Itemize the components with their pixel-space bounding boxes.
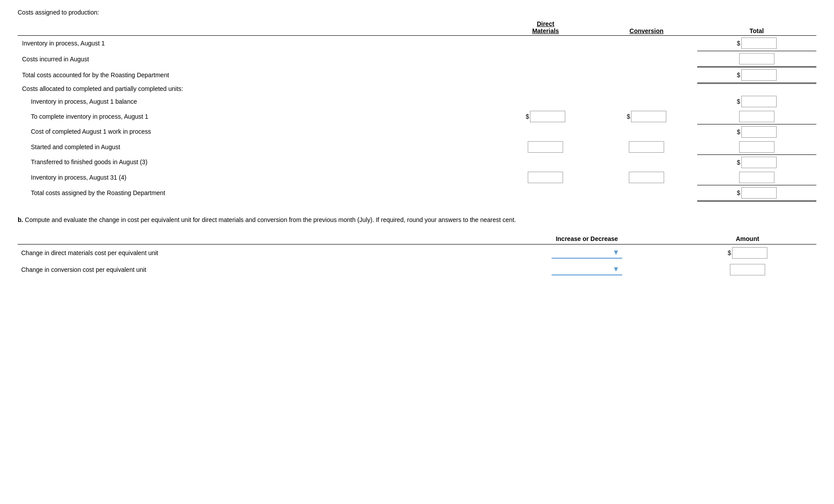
row-label-total-costs-accounted: Total costs accounted for by the Roastin… <box>18 67 495 83</box>
conv-cell-cost-completed-aug1 <box>596 124 697 139</box>
total-input-started-completed[interactable] <box>739 141 774 153</box>
conv-cell-costs-incurred <box>596 51 697 67</box>
total-cell-cost-completed-aug1[interactable]: $ <box>697 124 816 139</box>
row-label-inv-aug31: Inventory in process, August 31 (4) <box>18 170 495 185</box>
total-cell-total-costs-assigned[interactable]: $ <box>697 185 816 201</box>
section-b-description: Compute and evaluate the change in cost … <box>25 216 516 223</box>
total-cell-costs-allocated-header <box>697 83 816 94</box>
row-label-inv-aug1: Inventory in process, August 1 <box>18 36 495 51</box>
dm-input-inv-aug31[interactable] <box>528 172 563 183</box>
dropdown-cell-change-conv[interactable]: IncreaseDecrease▼ <box>495 261 679 278</box>
dm-input-started-completed[interactable] <box>528 141 563 153</box>
conv-cell-to-complete-inv[interactable]: $ <box>596 109 697 124</box>
conv-cell-costs-allocated-header <box>596 83 697 94</box>
conv-cell-inv-aug1 <box>596 36 697 51</box>
dropdown-select-change-dm[interactable]: IncreaseDecrease <box>552 247 622 258</box>
total-input-inv-aug1-balance[interactable] <box>741 96 777 107</box>
conv-cell-started-completed[interactable] <box>596 139 697 155</box>
change-inc-dec-header: Increase or Decrease <box>495 233 679 244</box>
conv-cell-total-costs-accounted <box>596 67 697 83</box>
dm-cell-cost-completed-aug1 <box>495 124 596 139</box>
conv-input-to-complete-inv[interactable] <box>631 111 666 122</box>
amount-cell-change-conv[interactable] <box>679 261 816 278</box>
total-cell-costs-incurred[interactable] <box>697 51 816 67</box>
row-label-transferred-finished: Transferred to finished goods in August … <box>18 154 495 170</box>
dm-cell-inv-aug31[interactable] <box>495 170 596 185</box>
total-input-to-complete-inv[interactable] <box>739 111 774 122</box>
row-label-costs-allocated-header: Costs allocated to completed and partial… <box>18 83 495 94</box>
row-label-inv-aug1-balance: Inventory in process, August 1 balance <box>18 94 495 109</box>
conv-cell-inv-aug31[interactable] <box>596 170 697 185</box>
col-direct-materials-header: Direct Materials <box>495 19 596 36</box>
row-label-to-complete-inv: To complete inventory in process, August… <box>18 109 495 124</box>
total-input-cost-completed-aug1[interactable] <box>741 126 777 138</box>
change-row-label-change-conv: Change in conversion cost per equivalent… <box>18 261 495 278</box>
row-label-costs-incurred: Costs incurred in August <box>18 51 495 67</box>
total-input-total-costs-accounted[interactable] <box>741 69 777 81</box>
dm-input-to-complete-inv[interactable] <box>530 111 565 122</box>
dm-cell-transferred-finished <box>495 154 596 170</box>
dm-cell-inv-aug1-balance <box>495 94 596 109</box>
dm-cell-to-complete-inv[interactable]: $ <box>495 109 596 124</box>
col-label-header <box>18 19 495 36</box>
section-b-text: b. Compute and evaluate the change in co… <box>18 215 816 225</box>
section-a-title: Costs assigned to production: <box>18 9 816 16</box>
row-label-cost-completed-aug1: Cost of completed August 1 work in proce… <box>18 124 495 139</box>
total-input-costs-incurred[interactable] <box>739 53 774 64</box>
conv-input-started-completed[interactable] <box>629 141 664 153</box>
col-conversion-header: Conversion <box>596 19 697 36</box>
dm-cell-total-costs-accounted <box>495 67 596 83</box>
dm-cell-costs-allocated-header <box>495 83 596 94</box>
total-cell-transferred-finished[interactable]: $ <box>697 154 816 170</box>
total-cell-inv-aug31[interactable] <box>697 170 816 185</box>
total-cell-to-complete-inv[interactable] <box>697 109 816 124</box>
dropdown-select-change-conv[interactable]: IncreaseDecrease <box>552 264 622 275</box>
section-b: b. Compute and evaluate the change in co… <box>18 215 816 278</box>
conv-cell-total-costs-assigned <box>596 185 697 201</box>
total-input-total-costs-assigned[interactable] <box>741 187 777 199</box>
total-cell-started-completed[interactable] <box>697 139 816 155</box>
dm-cell-total-costs-assigned <box>495 185 596 201</box>
total-input-inv-aug1[interactable] <box>741 38 777 49</box>
change-amount-header: Amount <box>679 233 816 244</box>
conv-cell-inv-aug1-balance <box>596 94 697 109</box>
change-row-label-change-dm: Change in direct materials cost per equi… <box>18 244 495 261</box>
total-cell-inv-aug1-balance[interactable]: $ <box>697 94 816 109</box>
dropdown-cell-change-dm[interactable]: IncreaseDecrease▼ <box>495 244 679 261</box>
total-cell-total-costs-accounted[interactable]: $ <box>697 67 816 83</box>
amount-cell-change-dm[interactable]: $ <box>679 244 816 261</box>
conv-input-inv-aug31[interactable] <box>629 172 664 183</box>
row-label-started-completed: Started and completed in August <box>18 139 495 155</box>
change-table: Increase or Decrease Amount Change in di… <box>18 233 816 278</box>
dm-cell-costs-incurred <box>495 51 596 67</box>
change-label-header <box>18 233 495 244</box>
total-input-transferred-finished[interactable] <box>741 157 777 168</box>
amount-input-change-dm[interactable] <box>732 247 767 259</box>
total-input-inv-aug31[interactable] <box>739 172 774 183</box>
amount-input-change-conv[interactable] <box>730 264 765 275</box>
row-label-total-costs-assigned: Total costs assigned by the Roasting Dep… <box>18 185 495 201</box>
dm-cell-started-completed[interactable] <box>495 139 596 155</box>
col-total-header: Total <box>697 19 816 36</box>
section-b-bold: b. <box>18 216 23 223</box>
total-cell-inv-aug1[interactable]: $ <box>697 36 816 51</box>
conv-cell-transferred-finished <box>596 154 697 170</box>
dm-cell-inv-aug1 <box>495 36 596 51</box>
